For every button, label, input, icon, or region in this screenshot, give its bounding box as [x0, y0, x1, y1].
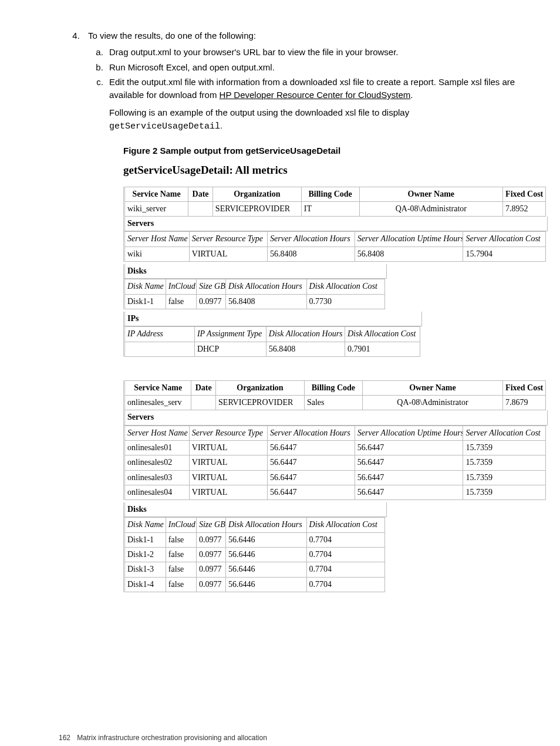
dsk-h-name: Disk Name	[124, 518, 166, 532]
disks-table-2: Disk Name InCloud Size GB Disk Allocatio…	[123, 517, 385, 592]
hp-dev-link[interactable]: HP Developer Resource Center for CloudSy…	[220, 90, 411, 100]
srv-hours: 56.6447	[268, 470, 355, 485]
table-row: Disk1-1false0.097756.64460.7704	[124, 532, 385, 547]
srv-cost: 15.7359	[463, 485, 546, 499]
figure-caption: Figure 2 Sample output from getServiceUs…	[123, 144, 525, 157]
dsk-incloud: false	[166, 548, 196, 562]
dsk-h-size: Size GB	[196, 279, 225, 294]
srv-h-type: Server Resource Type	[189, 426, 267, 440]
dsk-size: 0.0977	[196, 577, 225, 592]
ip-addr	[124, 342, 195, 356]
dsk-hours: 56.6446	[225, 548, 306, 562]
srv-h-hours: Server Allocation Hours	[268, 426, 355, 440]
servers-subhead-1: Servers	[123, 217, 548, 231]
svc-h-name: Service Name	[124, 187, 188, 201]
dsk-size: 0.0977	[196, 548, 225, 562]
table-row: Disk1-1 false 0.0977 56.8408 0.7730	[124, 294, 385, 309]
dsk-incloud: false	[166, 294, 196, 309]
srv-hours: 56.8408	[268, 247, 355, 261]
dsk-hours: 56.6446	[225, 532, 306, 547]
ip-h-type: IP Assignment Type	[194, 327, 266, 342]
svc-h-bill: Billing Code	[304, 380, 362, 395]
svc-h-owner: Owner Name	[359, 187, 503, 201]
srv-type: VIRTUAL	[189, 441, 267, 455]
dsk-h-hours: Disk Allocation Hours	[225, 518, 306, 532]
step-4: To view the results, do one of the follo…	[82, 29, 525, 133]
svc-h-name: Service Name	[124, 380, 191, 395]
table-row: onlinesales04VIRTUAL56.644756.644715.735…	[124, 485, 546, 499]
dsk-name: Disk1-4	[124, 577, 166, 592]
dsk-cost: 0.7704	[306, 532, 384, 547]
srv-type: VIRTUAL	[189, 470, 267, 485]
following-code: getServiceUsageDetail	[109, 121, 220, 131]
srv-host: wiki	[124, 247, 190, 261]
table-row: onlinesales03VIRTUAL56.644756.644715.735…	[124, 470, 546, 485]
srv-hours: 56.6447	[268, 455, 355, 470]
service-table-2: Service Name Date Organization Billing C…	[123, 380, 546, 411]
table-row: onlinesales01VIRTUAL56.644756.644715.735…	[124, 441, 546, 455]
page-number: 162	[59, 733, 75, 743]
srv-h-host: Server Host Name	[124, 426, 190, 440]
srv-cost: 15.7359	[463, 470, 546, 485]
disks-table-1: Disk Name InCloud Size GB Disk Allocatio…	[123, 279, 385, 309]
srv-cost: 15.7904	[463, 247, 546, 261]
svc-bill: IT	[301, 201, 359, 216]
svc-h-date: Date	[188, 187, 213, 201]
ip-h-cost: Disk Allocation Cost	[345, 327, 420, 342]
table-row: onlinesales02VIRTUAL56.644756.644715.735…	[124, 455, 546, 470]
srv-h-uptime: Server Allocation Uptime Hours	[355, 426, 463, 440]
table-row: wiki VIRTUAL 56.8408 56.8408 15.7904	[124, 247, 546, 261]
srv-uptime: 56.6447	[355, 441, 463, 455]
srv-cost: 15.7359	[463, 455, 546, 470]
srv-hours: 56.6447	[268, 441, 355, 455]
srv-uptime: 56.6447	[355, 470, 463, 485]
step-4c-post: .	[410, 90, 413, 100]
svc-cost: 7.8679	[503, 396, 546, 410]
svc-date	[188, 201, 213, 216]
srv-cost: 15.7359	[463, 441, 546, 455]
svc-owner: QA-08\Administrator	[362, 396, 502, 410]
dsk-size: 0.0977	[196, 294, 225, 309]
srv-uptime: 56.6447	[355, 485, 463, 499]
dsk-name: Disk1-3	[124, 562, 166, 577]
table-row: onlinesales_serv SERVICEPROVIDER Sales Q…	[124, 396, 546, 410]
dsk-name: Disk1-2	[124, 548, 166, 562]
srv-host: onlinesales02	[124, 455, 190, 470]
ip-h-hours: Disk Allocation Hours	[266, 327, 345, 342]
svc-bill: Sales	[304, 396, 362, 410]
dsk-h-size: Size GB	[196, 518, 225, 532]
table-row: wiki_server SERVICEPROVIDER IT QA-08\Adm…	[124, 201, 546, 216]
svc-org: SERVICEPROVIDER	[216, 396, 305, 410]
srv-h-type: Server Resource Type	[189, 232, 267, 247]
svc-h-org: Organization	[216, 380, 305, 395]
srv-host: onlinesales01	[124, 441, 190, 455]
dsk-cost: 0.7704	[306, 562, 384, 577]
srv-h-cost: Server Allocation Cost	[463, 426, 546, 440]
dsk-incloud: false	[166, 577, 196, 592]
dsk-name: Disk1-1	[124, 294, 166, 309]
dsk-h-incloud: InCloud	[166, 518, 196, 532]
following-text: Following is an example of the output us…	[109, 107, 409, 117]
dsk-h-incloud: InCloud	[166, 279, 196, 294]
page-footer: 162 Matrix infrastructure orchestration …	[59, 733, 525, 743]
svc-h-date: Date	[191, 380, 216, 395]
table-row: DHCP 56.8408 0.7901	[124, 342, 420, 356]
dsk-cost: 0.7704	[306, 548, 384, 562]
servers-table-2: Server Host Name Server Resource Type Se…	[123, 426, 546, 500]
dsk-h-hours: Disk Allocation Hours	[225, 279, 306, 294]
step-4c-following: Following is an example of the output us…	[109, 106, 525, 133]
dsk-size: 0.0977	[196, 532, 225, 547]
dsk-size: 0.0977	[196, 562, 225, 577]
disks-subhead-1: Disks	[123, 264, 387, 279]
dsk-name: Disk1-1	[124, 532, 166, 547]
srv-hours: 56.6447	[268, 485, 355, 499]
dsk-hours: 56.8408	[225, 294, 306, 309]
ip-h-addr: IP Address	[124, 327, 195, 342]
srv-host: onlinesales04	[124, 485, 190, 499]
report-block-2: Service Name Date Organization Billing C…	[123, 380, 525, 592]
ips-subhead-1: IPs	[123, 312, 422, 326]
dsk-h-cost: Disk Allocation Cost	[306, 279, 384, 294]
servers-subhead-2: Servers	[123, 410, 548, 425]
section-title: getServiceUsageDetail: All metrics	[123, 162, 525, 178]
svc-h-org: Organization	[212, 187, 301, 201]
